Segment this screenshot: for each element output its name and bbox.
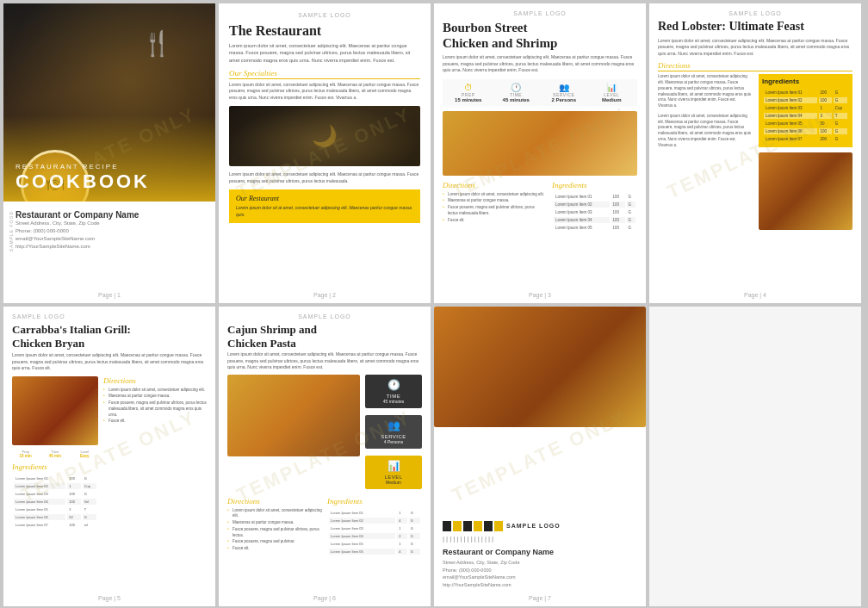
direction-item: Fusce posuere, magna sed pulvinar ultric…	[443, 205, 545, 217]
food-image	[12, 376, 98, 445]
directions-column: Directions Lorem ipsum dolor sit amet, c…	[443, 181, 545, 233]
page-bourbon-street: SAMPLE LOGO Bourbon Street Chicken and S…	[434, 3, 646, 303]
stat-time: 🕐 Time 45 minutes	[494, 83, 539, 102]
page-number: Page | 2	[313, 292, 336, 298]
service-icon: 👥	[369, 419, 418, 432]
recipe-label: Restaurant Recipe	[16, 163, 203, 171]
sample-logo: SAMPLE LOGO	[298, 313, 351, 320]
website: http://YourSampleSiteName.com	[16, 243, 203, 251]
ingredients-table: Lorem Ipsum Item 01200G Lorem Ipsum Item…	[762, 88, 849, 144]
bar-6	[494, 521, 503, 531]
ingredients-title: Ingredients	[552, 181, 637, 189]
phone: Phone: (000) 000-0000	[16, 227, 203, 235]
direction-item: Fusce posuere, magna sed pulvinar.	[227, 539, 322, 545]
sample-logo: SAMPLE LOGO	[513, 10, 567, 16]
page-back-cover: SAMPLE LOGO ||||||||||||||| Restaurant o…	[434, 307, 646, 606]
direction-item: Fusce posuere, magna sed pulvinar ultric…	[103, 400, 207, 418]
image-column: Ingredients Lorem Ipsum Item 01200G Lore…	[759, 74, 852, 230]
stats-row: ⏱ Prep 15 minutes 🕐 Time 45 minutes 👥 Se…	[443, 79, 637, 106]
food-image	[443, 111, 637, 176]
content-row: 🕐 Time 45 minutes 👥 Service 4 Persons 📊 …	[227, 375, 422, 493]
logo-area: SAMPLE LOGO	[443, 521, 637, 531]
address: Street Address, City, State, Zip Code	[16, 220, 203, 227]
body-text-2: Lorem ipsum dolor sit amet, consectetuer…	[229, 171, 420, 184]
stat-service: 👥 Service 2 Persons	[542, 83, 586, 102]
left-column	[227, 375, 360, 493]
table-row: Lorem Ipsum Item 021Cup	[14, 483, 96, 489]
table-row: Lorem Ipsum Item 01300G	[14, 475, 96, 481]
directions-column: Directions Lorem ipsum dolor sit amet, c…	[227, 497, 322, 556]
table-row: Lorem Ipsum Item 07200G	[764, 136, 847, 142]
logo-bars	[443, 521, 503, 531]
table-row: Lorem Ipsum Item 02100G	[554, 202, 636, 208]
page-restaurant: SAMPLE LOGO The Restaurant Lorem ipsum d…	[219, 3, 431, 303]
address: Street Address, City, State, Zip Code	[443, 559, 637, 567]
direction-item: Maecenas at paritur congue massa.	[103, 394, 207, 400]
page-carrabbas: SAMPLE LOGO Carrabba's Italian Grill: Ch…	[3, 307, 215, 606]
highlight-title: Our Restaurant	[236, 195, 413, 202]
table-row: Lorem Ipsum Item 05100G	[554, 225, 636, 231]
direction-item: Lorem ipsum dolor sit amet, consectetuer…	[443, 192, 545, 198]
table-row: Lorem Ipsum Item 0550G	[764, 121, 847, 127]
table-row: Lorem Ipsum Item 031Cup	[764, 105, 847, 111]
sample-logo: SAMPLE LOGO	[298, 12, 351, 18]
table-row: Lorem Ipsum Item 043T	[764, 113, 847, 119]
bar-4	[474, 521, 482, 531]
direction-item: Fusce elt.	[443, 218, 545, 224]
page-number: Page | 6	[313, 595, 336, 601]
sample-logo: SAMPLE LOGO	[12, 313, 65, 320]
table-row: Lorem Ipsum Item 06100G	[764, 128, 847, 134]
intro-text: Lorem ipsum dolor sit amet, consectetuer…	[12, 352, 207, 372]
page-number: Page | 3	[529, 292, 551, 298]
direction-item: Lorem ipsum dolor sit amet, consectetuer…	[103, 388, 207, 394]
stat-prep: ⏱ Prep 15 minutes	[446, 83, 491, 102]
stat-level: 📊 Level Medium	[365, 456, 422, 489]
direction-item: Fusce elt.	[103, 419, 207, 425]
direction-item: Fusce posuere, magna sed pulvinar ultric…	[227, 527, 322, 539]
content-row: Directions Lorem ipsum dolor sit amet, c…	[443, 181, 637, 233]
body-text-1: Lorem ipsum dolor sit amet, consectetuer…	[229, 82, 420, 102]
directions-text-2: Lorem ipsum dolor sit amet, consectetuer…	[658, 114, 752, 149]
stat-level: 📊 Level Medium	[590, 83, 635, 102]
cookbook-title: COOKBOOK	[16, 171, 203, 193]
table-row: Lorem Ipsum Item 01200G	[764, 90, 847, 96]
right-column: 🕐 Time 45 minutes 👥 Service 4 Persons 📊 …	[365, 375, 422, 493]
ingredients-table: Lorem Ipsum Item 01100G Lorem Ipsum Item…	[552, 192, 637, 233]
ingredients-title: Ingredients	[762, 78, 849, 85]
table-row: Lorem Ipsum Item 042G	[329, 533, 420, 539]
bar-2	[453, 521, 462, 531]
left-column: Prep15 min Time45 min LevelEasy Ingredie…	[12, 376, 98, 530]
direction-item: Maecenas at paritur congue massa.	[443, 198, 545, 204]
table-row: Lorem Ipsum Item 024G	[329, 518, 420, 524]
restaurant-name: Restaurant or Company Name	[443, 548, 637, 556]
ingredients-box: Ingredients Lorem Ipsum Item 01200G Lore…	[759, 74, 852, 147]
bar-3	[463, 521, 472, 531]
table-row: Lorem Ipsum Item 03100G	[14, 491, 96, 497]
specialties-title: Our Specialties	[229, 69, 420, 79]
time-icon: 🕐	[369, 379, 418, 392]
table-row: Lorem Ipsum Item 07100ml	[14, 522, 96, 528]
page-number: Page | 5	[98, 595, 121, 601]
intro-text: Lorem ipsum dolor sit amet, consectetuer…	[229, 42, 420, 64]
page-number: Page | 7	[529, 595, 551, 601]
table-row: Lorem Ipsum Item 051G	[329, 541, 420, 547]
page-title: Bourbon Street Chicken and Shrimp	[443, 20, 637, 51]
page-cover: 🍴 🍽 Restaurant Recipe COOKBOOK SAMPLE FO…	[3, 3, 215, 303]
intro-text: Lorem ipsum dolor sit amet, consectetuer…	[227, 351, 422, 371]
bar-1	[443, 521, 451, 531]
stat-time: 🕐 Time 45 minutes	[365, 375, 422, 408]
food-image	[227, 375, 360, 456]
back-cover-info: SAMPLE LOGO ||||||||||||||| Restaurant o…	[443, 521, 637, 589]
phone: Phone: (000) 000-0000	[443, 567, 637, 574]
page-number: Page | 4	[744, 292, 766, 298]
food-image	[759, 152, 852, 230]
table-row: Lorem Ipsum Item 04100Vol	[14, 499, 96, 505]
table-row: Lorem Ipsum Item 02100G	[764, 97, 847, 103]
side-text: SAMPLE FOOD	[9, 211, 14, 251]
page-title: Carrabba's Italian Grill: Chicken Bryan	[12, 323, 207, 350]
directions-text: Lorem ipsum dolor sit amet, consectetuer…	[658, 74, 752, 109]
direction-item: Lorem ipsum dolor sit amet, consectetuer…	[227, 508, 322, 520]
direction-item: Maecenas at paritur congue massa.	[227, 520, 322, 526]
table-row: Lorem Ipsum Item 03100G	[554, 209, 636, 215]
table-row: Lorem Ipsum Item 052T	[14, 506, 96, 512]
